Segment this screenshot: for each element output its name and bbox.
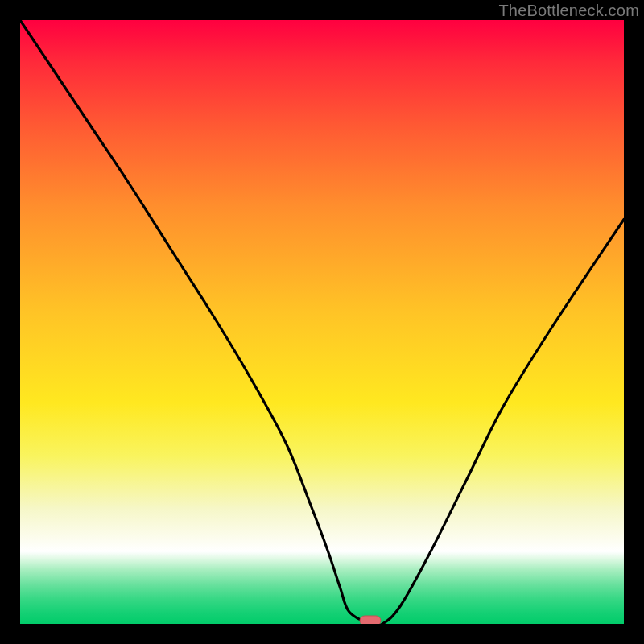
bottleneck-curve-path bbox=[20, 20, 624, 624]
optimal-marker bbox=[360, 616, 381, 624]
watermark-text: TheBottleneck.com bbox=[498, 2, 639, 20]
plot-area bbox=[20, 20, 624, 624]
bottleneck-curve-svg bbox=[20, 20, 624, 624]
chart-frame: TheBottleneck.com bbox=[0, 0, 644, 644]
